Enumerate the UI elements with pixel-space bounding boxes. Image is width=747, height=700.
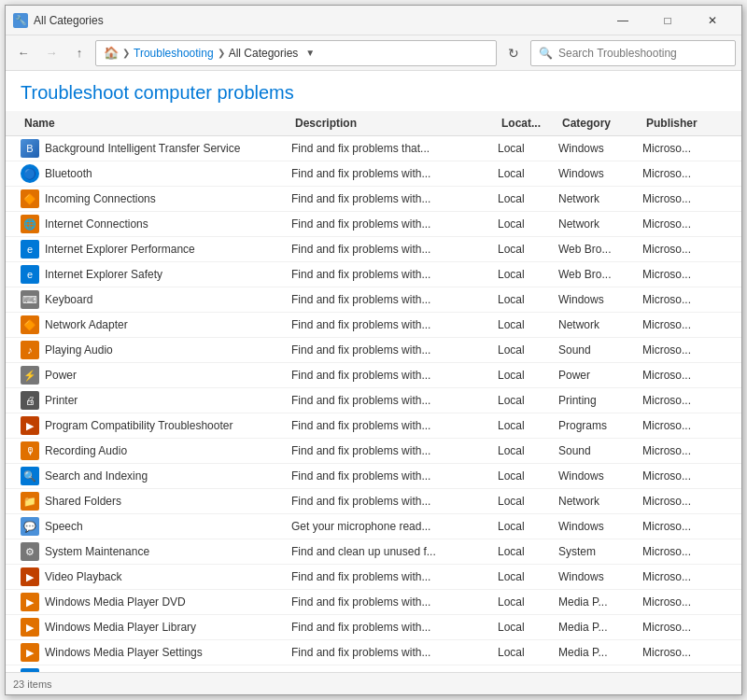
row-category-7: Network <box>558 318 642 331</box>
table-row[interactable]: ▶ Program Compatibility Troubleshooter F… <box>6 413 741 439</box>
row-name-13: 🔍 Search and Indexing <box>21 467 291 485</box>
row-icon-6: ⌨ <box>21 290 39 309</box>
nav-bar: ← → ↑ 🏠 ❯ Troubleshooting ❯ All Categori… <box>6 35 741 71</box>
row-icon-11: ▶ <box>21 416 39 435</box>
table-row[interactable]: 🖨 Printer Find and fix problems with... … <box>6 388 741 413</box>
search-input[interactable] <box>558 47 727 60</box>
table-row[interactable]: ▶ Video Playback Find and fix problems w… <box>6 565 741 590</box>
window-title: All Categories <box>34 14 601 27</box>
back-button[interactable]: ← <box>11 41 35 65</box>
row-location-1: Local <box>498 167 558 180</box>
row-location-13: Local <box>498 469 558 483</box>
table-row[interactable]: 🔵 Bluetooth Find and fix problems with..… <box>6 161 741 187</box>
row-location-14: Local <box>498 495 558 508</box>
row-location-15: Local <box>498 520 558 533</box>
row-icon-16: ⚙ <box>21 542 39 561</box>
breadcrumb-sep2: ❯ <box>218 48 225 58</box>
title-bar: 🔧 All Categories — □ ✕ <box>6 6 741 35</box>
col-name: Name <box>21 115 291 132</box>
row-icon-8: ♪ <box>21 341 39 359</box>
row-desc-18: Find and fix problems with... <box>291 595 498 609</box>
table-row[interactable]: ♪ Playing Audio Find and fix problems wi… <box>6 338 741 363</box>
row-location-2: Local <box>498 192 558 205</box>
status-bar: 23 items <box>6 672 741 694</box>
row-category-19: Media P... <box>558 621 642 634</box>
row-location-9: Local <box>498 369 558 382</box>
row-desc-11: Find and fix problems with... <box>291 419 498 432</box>
row-location-16: Local <box>498 545 558 558</box>
table-row[interactable]: ⚡ Power Find and fix problems with... Lo… <box>6 363 741 388</box>
up-button[interactable]: ↑ <box>67 41 92 65</box>
table-row[interactable]: ▶ Windows Media Player DVD Find and fix … <box>6 590 741 615</box>
row-category-8: Sound <box>558 343 642 357</box>
row-category-3: Network <box>558 217 642 231</box>
forward-button[interactable]: → <box>39 41 63 65</box>
row-location-11: Local <box>498 419 558 432</box>
row-desc-8: Find and fix problems with... <box>291 343 498 357</box>
table-row[interactable]: B Background Intelligent Transfer Servic… <box>6 136 741 161</box>
table-row[interactable]: 🎙 Recording Audio Find and fix problems … <box>6 439 741 464</box>
table-row[interactable]: 💬 Speech Get your microphone read... Loc… <box>6 514 741 539</box>
row-icon-4: e <box>21 240 39 259</box>
row-category-4: Web Bro... <box>558 243 642 256</box>
row-icon-19: ▶ <box>21 618 39 637</box>
row-publisher-16: Microso... <box>642 545 726 558</box>
row-category-17: Windows <box>558 570 642 583</box>
row-category-1: Windows <box>558 167 642 180</box>
row-desc-1: Find and fix problems with... <box>291 167 498 180</box>
main-window: 🔧 All Categories — □ ✕ ← → ↑ 🏠 ❯ Trouble… <box>5 5 742 695</box>
row-location-12: Local <box>498 444 558 457</box>
row-desc-13: Find and fix problems with... <box>291 469 498 483</box>
table-row[interactable]: 🔶 Network Adapter Find and fix problems … <box>6 313 741 338</box>
row-location-19: Local <box>498 621 558 634</box>
row-desc-14: Find and fix problems with... <box>291 495 498 508</box>
table-row[interactable]: 🌐 Internet Connections Find and fix prob… <box>6 212 741 237</box>
search-box: 🔍 <box>530 40 736 66</box>
row-name-0: B Background Intelligent Transfer Servic… <box>21 139 291 158</box>
status-text: 23 items <box>13 679 52 690</box>
row-desc-9: Find and fix problems with... <box>291 369 498 382</box>
row-category-13: Windows <box>558 469 642 483</box>
table-row[interactable]: 🔶 Incoming Connections Find and fix prob… <box>6 187 741 212</box>
row-location-17: Local <box>498 570 558 583</box>
table-row[interactable]: 🔍 Search and Indexing Find and fix probl… <box>6 464 741 489</box>
minimize-button[interactable]: — <box>601 7 644 35</box>
row-publisher-12: Microso... <box>642 444 726 457</box>
row-name-12: 🎙 Recording Audio <box>21 441 291 460</box>
table-row[interactable]: 🏪 Windows Store Apps Troubleshoot proble… <box>6 665 741 672</box>
row-publisher-10: Microso... <box>642 394 726 407</box>
row-location-8: Local <box>498 343 558 357</box>
row-publisher-20: Microso... <box>642 646 726 659</box>
close-button[interactable]: ✕ <box>691 7 734 35</box>
row-icon-18: ▶ <box>21 593 39 611</box>
table-row[interactable]: ▶ Windows Media Player Settings Find and… <box>6 640 741 665</box>
table-row[interactable]: e Internet Explorer Safety Find and fix … <box>6 262 741 287</box>
row-category-16: System <box>558 545 642 558</box>
breadcrumb-dropdown-button[interactable]: ▼ <box>305 48 315 58</box>
breadcrumb-all-categories: All Categories <box>229 47 299 60</box>
row-location-20: Local <box>498 646 558 659</box>
row-name-18: ▶ Windows Media Player DVD <box>21 593 291 611</box>
row-desc-17: Find and fix problems with... <box>291 570 498 583</box>
table-row[interactable]: e Internet Explorer Performance Find and… <box>6 237 741 262</box>
refresh-button[interactable]: ↻ <box>500 40 527 66</box>
row-publisher-6: Microso... <box>642 293 726 306</box>
row-category-5: Web Bro... <box>558 268 642 281</box>
row-category-11: Programs <box>558 419 642 432</box>
row-name-16: ⚙ System Maintenance <box>21 542 291 561</box>
row-icon-20: ▶ <box>21 643 39 662</box>
table-header: Name Description Locat... Category Publi… <box>6 111 741 136</box>
breadcrumb-troubleshooting[interactable]: Troubleshooting <box>134 47 214 60</box>
table-row[interactable]: ⚙ System Maintenance Find and clean up u… <box>6 539 741 565</box>
breadcrumb-bar: 🏠 ❯ Troubleshooting ❯ All Categories ▼ <box>95 40 497 66</box>
row-name-4: e Internet Explorer Performance <box>21 240 291 259</box>
table-row[interactable]: ▶ Windows Media Player Library Find and … <box>6 615 741 640</box>
table-row[interactable]: 📁 Shared Folders Find and fix problems w… <box>6 489 741 514</box>
row-category-0: Windows <box>558 142 642 155</box>
row-location-3: Local <box>498 217 558 231</box>
maximize-button[interactable]: □ <box>646 7 689 35</box>
row-publisher-11: Microso... <box>642 419 726 432</box>
row-desc-16: Find and clean up unused f... <box>291 545 498 558</box>
table-row[interactable]: ⌨ Keyboard Find and fix problems with...… <box>6 287 741 313</box>
row-location-4: Local <box>498 243 558 256</box>
